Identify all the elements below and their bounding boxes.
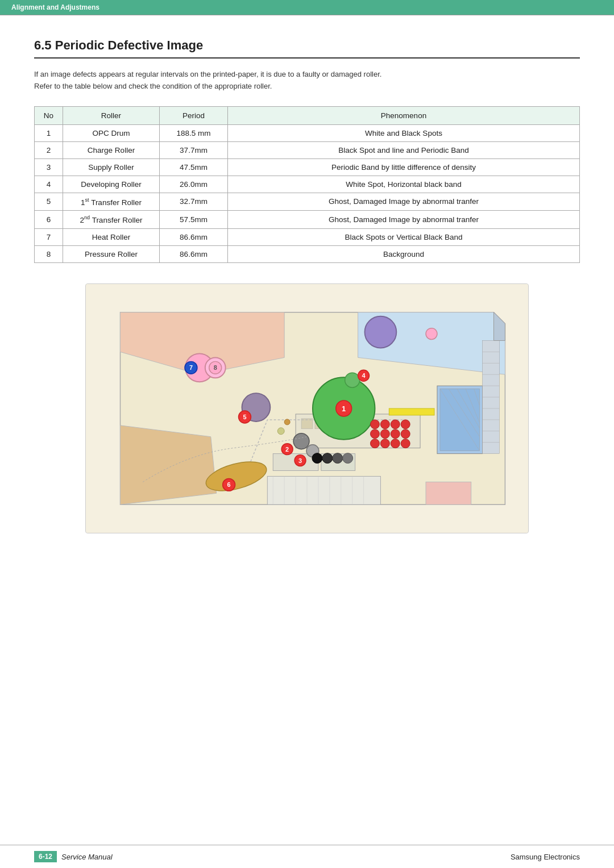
footer: 6-12 Service Manual Samsung Electronics	[0, 845, 614, 868]
cell-roller: OPC Drum	[63, 124, 160, 141]
cell-period: 32.7mm	[160, 193, 228, 211]
cell-phenomenon: Periodic Band by little difference of de…	[228, 158, 580, 176]
table-row: 51st Transfer Roller32.7mmGhost, Damaged…	[35, 193, 580, 211]
cell-phenomenon: Background	[228, 245, 580, 262]
cell-period: 57.5mm	[160, 211, 228, 229]
svg-text:8: 8	[214, 364, 217, 371]
svg-point-79	[322, 453, 333, 463]
svg-point-40	[370, 420, 379, 429]
cell-no: 3	[35, 158, 63, 176]
defects-table: No Roller Period Phenomenon 1OPC Drum188…	[34, 106, 580, 263]
cell-period: 86.6mm	[160, 228, 228, 245]
svg-point-46	[391, 429, 400, 438]
svg-point-47	[401, 429, 410, 438]
col-header-period: Period	[160, 106, 228, 124]
cell-no: 6	[35, 211, 63, 229]
svg-point-81	[343, 453, 353, 463]
cell-period: 86.6mm	[160, 245, 228, 262]
svg-point-74	[365, 316, 397, 348]
svg-point-51	[401, 439, 410, 448]
cell-period: 37.7mm	[160, 141, 228, 158]
col-header-phenom: Phenomenon	[228, 106, 580, 124]
table-row: 4Developing Roller26.0mmWhite Spot, Hori…	[35, 176, 580, 193]
svg-point-75	[426, 328, 437, 339]
cell-period: 26.0mm	[160, 176, 228, 193]
svg-point-76	[277, 427, 284, 434]
svg-text:2: 2	[285, 445, 289, 452]
svg-rect-28	[426, 482, 471, 504]
roller-diagram: 1 2 3	[85, 283, 529, 533]
col-header-no: No	[35, 106, 63, 124]
svg-rect-36	[389, 408, 434, 415]
svg-point-43	[401, 420, 410, 429]
svg-text:1: 1	[342, 404, 346, 413]
section-name: Periodic Defective Image	[55, 38, 203, 52]
svg-point-50	[391, 439, 400, 448]
cell-no: 8	[35, 245, 63, 262]
svg-text:6: 6	[227, 481, 231, 488]
table-row: 8Pressure Roller86.6mmBackground	[35, 245, 580, 262]
section-number: 6.5	[34, 38, 55, 52]
svg-point-41	[380, 420, 389, 429]
cell-phenomenon: Ghost, Damaged Image by abnormal tranfer	[228, 193, 580, 211]
svg-point-59	[345, 373, 360, 387]
col-header-roller: Roller	[63, 106, 160, 124]
cell-roller: 2nd Transfer Roller	[63, 211, 160, 229]
cell-roller: Developing Roller	[63, 176, 160, 193]
cell-no: 4	[35, 176, 63, 193]
intro-text: If an image defects appears at regular i…	[34, 69, 580, 93]
svg-point-78	[312, 453, 322, 463]
cell-phenomenon: White Spot, Horizontal black band	[228, 176, 580, 193]
table-row: 2Charge Roller37.7mmBlack Spot and line …	[35, 141, 580, 158]
svg-point-49	[380, 439, 389, 448]
cell-roller: Supply Roller	[63, 158, 160, 176]
table-row: 3Supply Roller47.5mmPeriodic Band by lit…	[35, 158, 580, 176]
cell-phenomenon: White and Black Spots	[228, 124, 580, 141]
cell-phenomenon: Black Spot and line and Periodic Band	[228, 141, 580, 158]
svg-text:3: 3	[298, 457, 302, 464]
svg-point-45	[380, 429, 389, 438]
cell-roller: Pressure Roller	[63, 245, 160, 262]
cell-no: 2	[35, 141, 63, 158]
cell-roller: Heat Roller	[63, 228, 160, 245]
cell-phenomenon: Ghost, Damaged Image by abnormal tranfer	[228, 211, 580, 229]
svg-text:4: 4	[362, 372, 366, 379]
svg-point-44	[370, 429, 379, 438]
svg-point-77	[284, 419, 290, 425]
cell-no: 1	[35, 124, 63, 141]
cell-period: 188.5 mm	[160, 124, 228, 141]
footer-left: 6-12 Service Manual	[34, 851, 113, 862]
header-bar: Alignment and Adjustmens	[0, 0, 614, 15]
footer-company: Samsung Electronics	[511, 853, 580, 861]
cell-no: 7	[35, 228, 63, 245]
svg-point-80	[333, 453, 343, 463]
svg-point-42	[391, 420, 400, 429]
header-label: Alignment and Adjustmens	[11, 3, 99, 11]
cell-roller: 1st Transfer Roller	[63, 193, 160, 211]
section-title: 6.5 Periodic Defective Image	[34, 38, 580, 59]
cell-period: 47.5mm	[160, 158, 228, 176]
svg-text:5: 5	[243, 414, 246, 420]
footer-manual-label: Service Manual	[61, 853, 113, 861]
cell-roller: Charge Roller	[63, 141, 160, 158]
svg-text:7: 7	[189, 364, 193, 371]
page-badge: 6-12	[34, 851, 57, 862]
table-row: 1OPC Drum188.5 mmWhite and Black Spots	[35, 124, 580, 141]
cell-no: 5	[35, 193, 63, 211]
table-row: 7Heat Roller86.6mmBlack Spots or Vertica…	[35, 228, 580, 245]
cell-phenomenon: Black Spots or Vertical Black Band	[228, 228, 580, 245]
table-row: 62nd Transfer Roller57.5mmGhost, Damaged…	[35, 211, 580, 229]
svg-point-48	[370, 439, 379, 448]
